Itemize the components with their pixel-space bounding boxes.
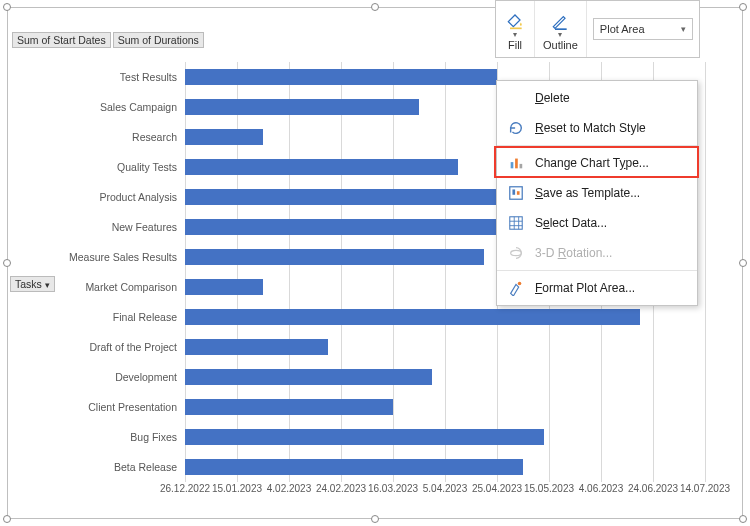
svg-rect-6 xyxy=(510,217,522,229)
resize-handle[interactable] xyxy=(3,515,11,523)
rotation-icon xyxy=(507,244,525,262)
bar-row: Development xyxy=(185,362,705,392)
chart-type-icon xyxy=(507,154,525,172)
x-tick-label: 25.04.2023 xyxy=(472,483,522,494)
bar[interactable] xyxy=(185,399,393,415)
menu-select-data[interactable]: Select Data... xyxy=(497,208,697,238)
fill-bucket-icon xyxy=(504,10,526,30)
selector-value: Plot Area xyxy=(600,23,645,35)
outline-button[interactable]: ▾ Outline xyxy=(535,1,587,57)
menu-reset-to-match-style[interactable]: Reset to Match Style xyxy=(497,113,697,143)
bar[interactable] xyxy=(185,279,263,295)
blank-icon xyxy=(507,89,525,107)
bar[interactable] xyxy=(185,99,419,115)
bar[interactable] xyxy=(185,429,544,445)
resize-handle[interactable] xyxy=(371,3,379,11)
svg-rect-1 xyxy=(515,159,518,169)
chart-element-selector[interactable]: Plot Area ▾ xyxy=(587,1,699,57)
category-label: Development xyxy=(7,371,177,383)
bar-row: Final Release xyxy=(185,302,705,332)
svg-rect-3 xyxy=(510,187,522,199)
x-tick-label: 16.03.2023 xyxy=(368,483,418,494)
svg-rect-4 xyxy=(512,189,515,194)
svg-rect-0 xyxy=(511,162,514,168)
bar[interactable] xyxy=(185,459,523,475)
bar[interactable] xyxy=(185,339,328,355)
bar-row: Client Presentation xyxy=(185,392,705,422)
gridline xyxy=(705,62,706,482)
category-label: Test Results xyxy=(7,71,177,83)
category-label: Sales Campaign xyxy=(7,101,177,113)
context-menu: Delete Reset to Match Style Change Chart… xyxy=(496,80,698,306)
save-template-icon xyxy=(507,184,525,202)
bar[interactable] xyxy=(185,159,458,175)
bar[interactable] xyxy=(185,249,484,265)
outline-pen-icon xyxy=(549,10,571,30)
x-tick-label: 4.02.2023 xyxy=(267,483,312,494)
resize-handle[interactable] xyxy=(739,515,747,523)
x-tick-label: 15.01.2023 xyxy=(212,483,262,494)
category-label: Final Release xyxy=(7,311,177,323)
category-label: Measure Sales Results xyxy=(7,251,177,263)
resize-handle[interactable] xyxy=(371,515,379,523)
category-label: Bug Fixes xyxy=(7,431,177,443)
bar[interactable] xyxy=(185,129,263,145)
menu-format-plot-area[interactable]: Format Plot Area... xyxy=(497,273,697,303)
bar[interactable] xyxy=(185,219,523,235)
bar-row: Draft of the Project xyxy=(185,332,705,362)
svg-rect-5 xyxy=(517,191,520,195)
svg-point-11 xyxy=(511,250,522,255)
bar[interactable] xyxy=(185,69,497,85)
svg-rect-2 xyxy=(520,164,523,168)
x-axis: 26.12.202215.01.20234.02.202324.02.20231… xyxy=(185,483,705,503)
bar[interactable] xyxy=(185,189,549,205)
resize-handle[interactable] xyxy=(739,3,747,11)
legend: Sum of Start Dates Sum of Durations xyxy=(12,32,204,48)
menu-3d-rotation: 3-D Rotation... xyxy=(497,238,697,268)
x-tick-label: 24.06.2023 xyxy=(628,483,678,494)
chevron-down-icon: ▾ xyxy=(681,24,686,34)
x-tick-label: 15.05.2023 xyxy=(524,483,574,494)
select-data-icon xyxy=(507,214,525,232)
menu-delete[interactable]: Delete xyxy=(497,83,697,113)
category-label: Research xyxy=(7,131,177,143)
x-tick-label: 4.06.2023 xyxy=(579,483,624,494)
outline-label: Outline xyxy=(543,39,578,51)
format-icon xyxy=(507,279,525,297)
menu-change-chart-type[interactable]: Change Chart Type... xyxy=(497,148,697,178)
resize-handle[interactable] xyxy=(3,3,11,11)
resize-handle[interactable] xyxy=(739,259,747,267)
bar[interactable] xyxy=(185,309,640,325)
x-tick-label: 24.02.2023 xyxy=(316,483,366,494)
category-label: Draft of the Project xyxy=(7,341,177,353)
fill-label: Fill xyxy=(508,39,522,51)
category-label: Quality Tests xyxy=(7,161,177,173)
fill-button[interactable]: ▾ Fill xyxy=(496,1,535,57)
x-tick-label: 14.07.2023 xyxy=(680,483,730,494)
bar-row: Beta Release xyxy=(185,452,705,482)
mini-toolbar: ▾ Fill ▾ Outline Plot Area ▾ xyxy=(495,0,700,58)
menu-save-as-template[interactable]: Save as Template... xyxy=(497,178,697,208)
legend-item[interactable]: Sum of Durations xyxy=(113,32,204,48)
reset-icon xyxy=(507,119,525,137)
bar[interactable] xyxy=(185,369,432,385)
bar-row: Bug Fixes xyxy=(185,422,705,452)
category-label: Client Presentation xyxy=(7,401,177,413)
x-tick-label: 5.04.2023 xyxy=(423,483,468,494)
category-label: Beta Release xyxy=(7,461,177,473)
legend-item[interactable]: Sum of Start Dates xyxy=(12,32,111,48)
category-label: Market Comparison xyxy=(7,281,177,293)
x-tick-label: 26.12.2022 xyxy=(160,483,210,494)
category-label: New Features xyxy=(7,221,177,233)
category-label: Product Analysis xyxy=(7,191,177,203)
svg-point-12 xyxy=(518,282,522,286)
